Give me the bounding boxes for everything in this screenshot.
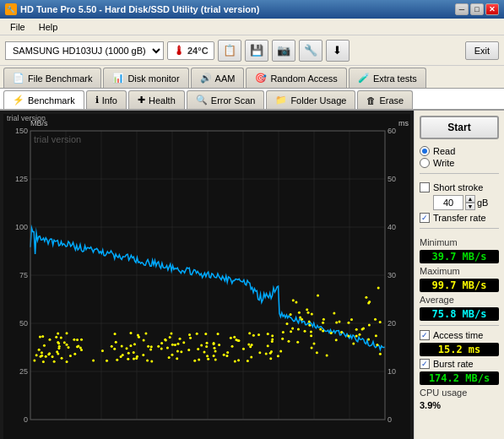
title-bar-buttons: ─ □ ✕: [455, 3, 499, 15]
tab-info[interactable]: ℹ Info: [86, 90, 127, 109]
cpu-usage-value: 3.9%: [420, 400, 499, 410]
tabs-top: 📄 File Benchmark 📊 Disk monitor 🔊 AAM 🎯 …: [0, 66, 504, 89]
tab-error-scan-label: Error Scan: [211, 95, 256, 106]
chart-area: trial version: [0, 111, 414, 439]
menu-file[interactable]: File: [3, 20, 32, 34]
tab-disk-monitor-label: Disk monitor: [127, 73, 179, 84]
burst-rate-value: 174.2 MB/s: [420, 371, 499, 385]
tabs-bottom: ⚡ Benchmark ℹ Info ✚ Health 🔍 Error Scan…: [0, 89, 504, 111]
checkbox-group: Short stroke ▲ ▼ gB ✓ Transfer rate: [420, 182, 499, 223]
access-time-value: 15.2 ms: [420, 343, 499, 356]
file-benchmark-icon: 📄: [13, 73, 24, 84]
temperature-value: 24°C: [187, 46, 209, 56]
title-bar: 🔧 HD Tune Pro 5.50 - Hard Disk/SSD Utili…: [0, 0, 504, 19]
radio-read[interactable]: Read: [420, 146, 499, 156]
stroke-value-input[interactable]: [433, 195, 463, 210]
tab-random-access-label: Random Access: [270, 73, 337, 84]
tab-aam-label: AAM: [215, 73, 236, 84]
exit-button[interactable]: Exit: [465, 41, 499, 60]
tab-folder-usage[interactable]: 📁 Folder Usage: [266, 90, 355, 109]
spin-up-button[interactable]: ▲: [465, 195, 475, 203]
transfer-rate-checkbox[interactable]: ✓: [420, 213, 430, 223]
radio-write[interactable]: Write: [420, 158, 499, 168]
tab-info-label: Info: [102, 95, 117, 106]
health-icon: ✚: [138, 95, 145, 106]
tab-erase-label: Erase: [379, 95, 404, 106]
tab-file-benchmark-label: File Benchmark: [28, 73, 92, 84]
menu-bar: File Help: [0, 19, 504, 35]
radio-write-circle[interactable]: [420, 158, 430, 168]
start-button[interactable]: Start: [420, 116, 499, 139]
thermometer-icon: 🌡: [173, 44, 185, 57]
tab-random-access[interactable]: 🎯 Random Access: [246, 68, 346, 88]
divider-2: [420, 228, 499, 229]
aam-icon: 🔊: [200, 73, 212, 84]
tab-file-benchmark[interactable]: 📄 File Benchmark: [3, 68, 101, 88]
drive-select[interactable]: SAMSUNG HD103UJ (1000 gB): [5, 41, 164, 60]
tab-folder-usage-label: Folder Usage: [290, 95, 346, 106]
folder-usage-icon: 📁: [275, 95, 287, 106]
tab-aam[interactable]: 🔊 AAM: [191, 68, 245, 88]
divider-1: [420, 173, 499, 174]
toolbar-btn-5[interactable]: ⬇: [326, 40, 350, 62]
stroke-spinner: ▲ ▼: [465, 195, 475, 210]
short-stroke-label: Short stroke: [433, 182, 483, 192]
cpu-usage-label: CPU usage: [420, 388, 499, 398]
toolbar-btn-1[interactable]: 📋: [218, 40, 241, 62]
short-stroke-checkbox[interactable]: [420, 182, 430, 192]
radio-read-label: Read: [433, 146, 455, 156]
radio-write-label: Write: [433, 158, 454, 168]
toolbar-btn-2[interactable]: 💾: [245, 40, 268, 62]
random-access-icon: 🎯: [255, 73, 267, 84]
stroke-input-row: ▲ ▼ gB: [433, 195, 499, 210]
maximum-value: 99.7 MB/s: [420, 279, 499, 292]
stat-section: Minimum 39.7 MB/s Maximum 99.7 MB/s Aver…: [420, 237, 499, 410]
access-time-label: Access time: [433, 330, 483, 340]
app-icon: 🔧: [5, 3, 17, 15]
maximum-label: Maximum: [420, 266, 499, 276]
spin-down-button[interactable]: ▼: [465, 203, 475, 210]
right-panel: Start Read Write Short stroke ▲ ▼: [414, 111, 504, 439]
erase-icon: 🗑: [366, 95, 376, 106]
divider-3: [420, 325, 499, 326]
average-value: 75.8 MB/s: [420, 307, 499, 321]
error-scan-icon: 🔍: [196, 95, 208, 106]
extra-tests-icon: 🧪: [358, 73, 370, 84]
radio-read-circle[interactable]: [420, 146, 430, 156]
info-icon: ℹ: [95, 95, 99, 106]
benchmark-icon: ⚡: [13, 95, 24, 106]
average-label: Average: [420, 295, 499, 305]
disk-monitor-icon: 📊: [112, 73, 124, 84]
chart-watermark: trial version: [7, 114, 46, 122]
access-time-checkbox[interactable]: ✓: [420, 330, 430, 340]
toolbar: SAMSUNG HD103UJ (1000 gB) 🌡 24°C 📋 💾 📷 🔧…: [0, 35, 504, 66]
tab-health-label: Health: [149, 95, 176, 106]
close-button[interactable]: ✕: [485, 3, 499, 15]
radio-group: Read Write: [420, 146, 499, 168]
maximize-button[interactable]: □: [470, 3, 484, 15]
temperature-badge: 🌡 24°C: [167, 41, 214, 60]
checkbox-burst-rate[interactable]: ✓ Burst rate: [420, 359, 499, 369]
checkbox-short-stroke[interactable]: Short stroke: [420, 182, 499, 192]
tab-health[interactable]: ✚ Health: [128, 90, 185, 109]
toolbar-btn-4[interactable]: 🔧: [299, 40, 322, 62]
menu-help[interactable]: Help: [32, 20, 65, 34]
checkbox-transfer-rate[interactable]: ✓ Transfer rate: [420, 213, 499, 223]
title-bar-left: 🔧 HD Tune Pro 5.50 - Hard Disk/SSD Utili…: [5, 3, 259, 15]
tab-error-scan[interactable]: 🔍 Error Scan: [187, 90, 265, 109]
toolbar-btn-3[interactable]: 📷: [272, 40, 295, 62]
tab-extra-tests-label: Extra tests: [373, 73, 417, 84]
main-content: trial version Start Read Write Short str…: [0, 111, 504, 439]
tab-erase[interactable]: 🗑 Erase: [357, 90, 413, 109]
title-text: HD Tune Pro 5.50 - Hard Disk/SSD Utility…: [20, 4, 259, 14]
minimum-value: 39.7 MB/s: [420, 250, 499, 263]
minimize-button[interactable]: ─: [455, 3, 469, 15]
checkbox-access-time[interactable]: ✓ Access time: [420, 330, 499, 340]
burst-rate-checkbox[interactable]: ✓: [420, 359, 430, 369]
tab-benchmark[interactable]: ⚡ Benchmark: [3, 90, 84, 109]
transfer-rate-label: Transfer rate: [433, 213, 486, 223]
tab-disk-monitor[interactable]: 📊 Disk monitor: [103, 68, 188, 88]
benchmark-chart: [3, 114, 410, 439]
stroke-unit-label: gB: [477, 198, 488, 208]
tab-extra-tests[interactable]: 🧪 Extra tests: [349, 68, 426, 88]
